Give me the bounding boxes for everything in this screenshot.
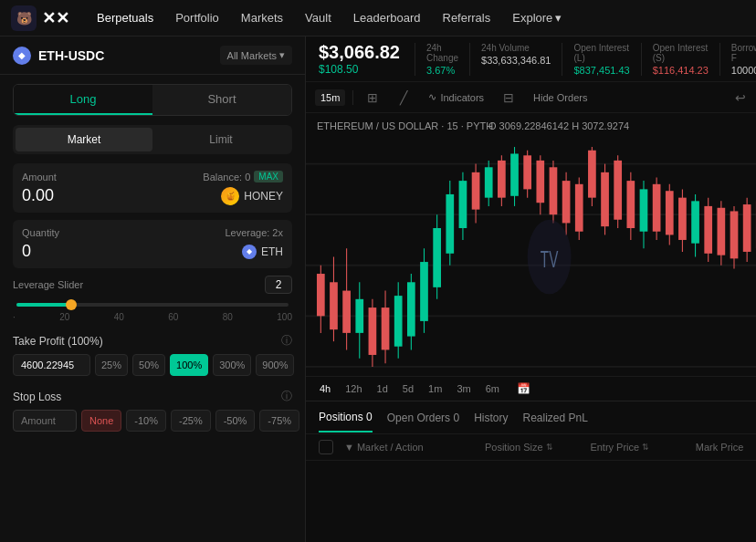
svg-rect-58 <box>653 184 661 232</box>
chart-type-icon[interactable]: ⊞ <box>361 88 384 108</box>
mark-80: 80 <box>223 312 233 322</box>
mark-40: 40 <box>114 312 124 322</box>
positions-table-header: ▼ Market / Action Position Size ⇅ Entry … <box>306 434 756 461</box>
amount-field-group: Amount Balance: 0 MAX 🍯 HONEY <box>13 163 292 213</box>
tab-open-orders[interactable]: Open Orders 0 <box>387 404 459 432</box>
svg-text:TV: TV <box>541 245 559 272</box>
svg-rect-28 <box>459 181 467 228</box>
quantity-input[interactable] <box>22 242 131 261</box>
sl-10-btn[interactable]: -10% <box>126 410 166 432</box>
order-type-selector: Market Limit <box>13 125 292 154</box>
svg-rect-8 <box>330 282 338 329</box>
sl-50-btn[interactable]: -50% <box>215 410 256 432</box>
svg-rect-18 <box>394 296 403 347</box>
svg-rect-38 <box>523 155 531 189</box>
calendar-icon[interactable]: 📅 <box>515 380 533 397</box>
tr-1d[interactable]: 1d <box>373 381 393 396</box>
svg-rect-50 <box>601 172 609 226</box>
max-button[interactable]: MAX <box>254 171 283 182</box>
svg-rect-22 <box>420 262 428 321</box>
svg-rect-66 <box>704 206 712 254</box>
select-all-checkbox[interactable] <box>319 440 333 454</box>
tf-15m[interactable]: 15m <box>315 89 345 106</box>
indicators-btn[interactable]: ∿ Indicators <box>423 89 489 106</box>
quantity-label: Quantity <box>22 227 59 238</box>
leverage-section: Leverage Slider 2 · 20 40 60 80 100 <box>0 276 305 326</box>
layout-icon[interactable]: ⊟ <box>497 88 520 108</box>
sl-75-btn[interactable]: -75% <box>259 410 299 432</box>
svg-rect-72 <box>743 204 751 252</box>
mark-60: 60 <box>168 312 178 322</box>
tp-info-icon[interactable]: ⓘ <box>281 333 292 349</box>
tp-input[interactable] <box>13 354 90 376</box>
tp-25-btn[interactable]: 25% <box>95 354 128 376</box>
honey-token-badge: 🍯 HONEY <box>221 187 283 205</box>
left-panel: ◆ ETH-USDC All Markets ▾ Long Short Mark… <box>0 36 306 542</box>
nav-portfolio[interactable]: Portfolio <box>173 7 221 28</box>
empty-positions <box>306 461 756 516</box>
leverage-value-display: 2 <box>265 276 292 294</box>
tab-positions[interactable]: Positions 0 <box>319 403 373 433</box>
draw-icon[interactable]: ╱ <box>392 88 415 108</box>
long-tab[interactable]: Long <box>14 85 152 115</box>
market-selector[interactable]: All Markets ▾ <box>220 46 292 65</box>
tab-history[interactable]: History <box>474 404 508 432</box>
leverage-slider-track[interactable] <box>16 303 289 307</box>
logo: 🐻 ✕✕ <box>11 5 69 31</box>
nav-explore[interactable]: Explore ▾ <box>510 7 563 28</box>
market-order-btn[interactable]: Market <box>16 128 152 151</box>
top-nav: 🐻 ✕✕ Berpetuals Portfolio Markets Vault … <box>0 0 756 36</box>
change-pct: 3.67% <box>426 65 458 76</box>
sl-info-icon[interactable]: ⓘ <box>281 389 292 404</box>
hide-orders-btn[interactable]: Hide Orders <box>528 89 593 106</box>
amount-label: Amount <box>22 172 57 182</box>
candlestick-chart: 8 06:00 12:00 18:00 TV <box>306 113 756 401</box>
svg-rect-42 <box>550 167 558 214</box>
nav-leaderboard[interactable]: Leaderboard <box>352 7 423 28</box>
tr-4h[interactable]: 4h <box>315 381 335 396</box>
tp-50-btn[interactable]: 50% <box>132 354 165 376</box>
limit-order-btn[interactable]: Limit <box>152 128 289 151</box>
svg-rect-54 <box>626 181 635 228</box>
tp-300-btn[interactable]: 300% <box>213 354 251 376</box>
nav-vault[interactable]: Vault <box>303 7 333 28</box>
pair-header: ◆ ETH-USDC All Markets ▾ <box>0 36 305 75</box>
tr-1m[interactable]: 1m <box>424 381 446 396</box>
nav-berpetuals[interactable]: Berpetuals <box>95 7 155 28</box>
amount-input[interactable] <box>22 186 131 205</box>
tp-100-btn[interactable]: 100% <box>170 354 208 376</box>
oi-short-value: $116,414.23 <box>653 65 709 76</box>
volume-stat: 24h Volume $33,633,346.81 <box>470 43 562 76</box>
svg-rect-56 <box>640 189 648 231</box>
col-mark-price: Mark Price <box>696 442 756 453</box>
oi-long-stat: Open Interest (L) $837,451.43 <box>562 43 641 76</box>
quantity-field-group: Quantity Leverage: 2x ◆ ETH <box>13 220 292 268</box>
tr-12h[interactable]: 12h <box>341 381 366 396</box>
chart-toolbar: 15m ⊞ ╱ ∿ Indicators ⊟ Hide Orders ↩ ↪ <box>306 82 756 113</box>
svg-rect-48 <box>588 151 596 198</box>
slider-thumb[interactable] <box>66 299 77 310</box>
sl-25-btn[interactable]: -25% <box>171 410 211 432</box>
nav-referrals[interactable]: Referrals <box>441 7 493 28</box>
pair-name: ETH-USDC <box>38 48 104 63</box>
nav-markets[interactable]: Markets <box>239 7 285 28</box>
eth-token-icon: ◆ <box>242 245 257 259</box>
tr-3m[interactable]: 3m <box>452 381 475 396</box>
tr-6m[interactable]: 6m <box>481 381 504 396</box>
slider-fill <box>16 303 71 307</box>
undo-icon[interactable]: ↩ <box>729 88 752 108</box>
sl-input[interactable] <box>13 410 77 432</box>
eth-token-badge: ◆ ETH <box>242 245 283 259</box>
right-panel: $3,066.82 $108.50 24h Change 3.67% 24h V… <box>306 36 756 542</box>
svg-rect-64 <box>691 201 699 243</box>
borrow-value: 10000% <box>731 65 756 76</box>
sl-none-btn[interactable]: None <box>81 410 121 432</box>
tab-realized-pnl[interactable]: Realized PnL <box>522 404 587 432</box>
leverage-label: Leverage: 2x <box>225 227 283 238</box>
price-change: $108.50 <box>319 63 400 76</box>
svg-rect-40 <box>536 161 544 203</box>
tr-5d[interactable]: 5d <box>398 381 418 396</box>
take-profit-section: Take Profit (100%) ⓘ 25% 50% 100% 300% 9… <box>0 333 305 376</box>
short-tab[interactable]: Short <box>152 85 291 115</box>
tp-900-btn[interactable]: 900% <box>256 354 294 376</box>
